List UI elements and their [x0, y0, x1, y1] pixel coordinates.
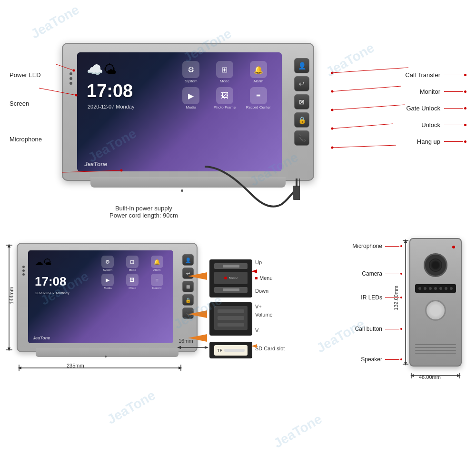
led-bot-2: [22, 273, 25, 276]
led-bot-1: [22, 269, 25, 272]
outdoor-speaker-label: Speaker: [361, 356, 382, 363]
screen-date-top: 2020-12-07 Monday: [88, 104, 134, 109]
app-alarm-label: Alarm: [253, 79, 263, 83]
svg-marker-9: [18, 367, 21, 369]
outdoor-mic-label: Microphone: [352, 243, 382, 249]
app-bot-record-icon: ≡: [151, 274, 163, 286]
power-cord-svg: [157, 157, 300, 228]
svg-rect-1: [296, 178, 298, 187]
svg-marker-10: [178, 367, 182, 369]
ir-dot-5: [439, 287, 442, 290]
unlock-button-bot[interactable]: 🔒: [182, 294, 194, 306]
app-media-label: Media: [186, 105, 196, 109]
screen-apps-top: ⚙ System ⊞ Mode 🔔 Alarm ▶ Media: [172, 57, 277, 113]
weather-icon-bot: ☁🌤: [35, 257, 52, 268]
jeatone-logo-top: JeaTone: [84, 161, 107, 168]
gate-unlock-label: Gate Unlock: [406, 105, 440, 112]
gate-unlock-button[interactable]: ⊠: [294, 94, 309, 109]
app-bot-system: ⚙ System: [97, 256, 119, 271]
monitor-line: [444, 91, 463, 92]
app-record-icon: ≡: [250, 87, 267, 104]
dim-width-label: 235mm: [67, 363, 84, 368]
svg-marker-4: [8, 244, 10, 248]
app-media-icon: ▶: [182, 87, 199, 104]
app-alarm-icon: 🔔: [250, 61, 267, 78]
arrow-to-menu: [188, 271, 212, 281]
microphone-bot: [105, 356, 107, 357]
ir-led-strip: [415, 284, 456, 293]
svg-marker-20: [251, 344, 257, 348]
ir-dot-3: [429, 287, 432, 290]
svg-marker-28: [457, 374, 461, 377]
hang-up-dot: [464, 140, 466, 143]
volume-panel: [209, 302, 252, 336]
camera-lens: [429, 258, 442, 272]
monitor-body-bot: ☁🌤 17:08 2020-12-07 Monday ⚙ System ⊞ Mo…: [17, 243, 198, 352]
app-bot-mode: ⊞ Mode: [121, 256, 144, 271]
app-bot-media: ▶ Media: [97, 274, 119, 289]
outdoor-call-button[interactable]: [425, 300, 446, 321]
led-indicators-bot: [22, 266, 25, 276]
call-transfer-label: Call Transfer: [405, 71, 440, 79]
outdoor-unit: 132.00mm: [409, 238, 462, 367]
outdoor-ir-label: IR LEDs: [361, 294, 382, 301]
monitor-button[interactable]: ↩: [294, 76, 309, 91]
app-bot-record-label: Record: [152, 287, 161, 289]
call-transfer-button[interactable]: 👤: [294, 58, 309, 73]
app-bot-system-label: System: [103, 268, 112, 271]
svg-marker-15: [205, 346, 208, 349]
gate-unlock-button-bot[interactable]: ⊠: [182, 281, 194, 292]
led-2: [69, 82, 72, 85]
call-transfer-button-bot[interactable]: 👤: [182, 254, 194, 266]
app-system-icon: ⚙: [182, 61, 199, 78]
unlock-button[interactable]: 🔒: [294, 112, 309, 128]
svg-marker-18: [188, 334, 207, 342]
screen-label: Screen: [10, 100, 42, 107]
led-0: [69, 72, 72, 75]
arrow-to-sdcard: [188, 333, 212, 343]
dim-arrow-width: [17, 361, 198, 375]
svg-marker-19: [251, 269, 257, 273]
svg-marker-22: [404, 239, 407, 243]
outdoor-mic-dot: [452, 246, 455, 248]
app-mode-label: Mode: [220, 79, 229, 83]
app-bot-alarm: 🔔 Alarm: [146, 256, 168, 271]
outdoor-dim-v: [401, 238, 410, 367]
app-system-label: System: [185, 79, 198, 83]
app-bot-media-icon: ▶: [101, 274, 114, 286]
volume-label: Volume: [255, 312, 273, 317]
outdoor-camera: [424, 253, 447, 277]
menu-arrow: [251, 269, 258, 274]
sdcard-panel: TF: [209, 342, 252, 358]
monitor-stand-bot: [36, 348, 178, 357]
power-supply-note: Built-in power supply Power cord length:…: [109, 205, 178, 219]
screen-bot: ☁🌤 17:08 2020-12-07 Monday ⚙ System ⊞ Mo…: [28, 250, 173, 343]
right-labels-top: Call Transfer Monitor Gate Unlock Unlock: [405, 71, 466, 145]
app-bot-photo-label: Photo: [129, 287, 136, 289]
svg-marker-14: [177, 346, 181, 349]
vminus-label: V-: [255, 327, 260, 333]
app-bot-mode-label: Mode: [129, 268, 136, 271]
app-alarm: 🔔 Alarm: [243, 61, 273, 83]
menu-label: Menu: [255, 275, 273, 281]
monitor-dot: [464, 90, 466, 93]
hang-up-line: [444, 141, 463, 142]
ir-dot-4: [434, 287, 437, 290]
screen-apps-bot: ⚙ System ⊞ Mode 🔔 Alarm ▶ Media: [94, 253, 170, 292]
app-mode-icon: ⊞: [216, 61, 233, 78]
jeatone-logo-bot: JeaTone: [33, 336, 50, 340]
dim-height-label: 144mm: [9, 287, 14, 305]
power-led-label: Power LED: [10, 71, 42, 79]
side-buttons-top: 👤 ↩ ⊠ 🔒 📞: [294, 58, 309, 146]
app-bot-media-label: Media: [104, 287, 111, 289]
app-photo-label: Photo Frame: [214, 105, 236, 109]
unlock-label: Unlock: [421, 121, 440, 129]
led-indicators-top: [69, 72, 72, 85]
app-mode: ⊞ Mode: [210, 61, 240, 83]
svg-marker-16: [188, 272, 207, 280]
hang-up-button[interactable]: 📞: [294, 130, 309, 146]
outdoor-callbtn-label: Call button: [355, 326, 382, 332]
outdoor-body: [409, 238, 462, 367]
vplus-label: V+: [255, 304, 262, 309]
app-bot-alarm-icon: 🔔: [151, 256, 163, 268]
